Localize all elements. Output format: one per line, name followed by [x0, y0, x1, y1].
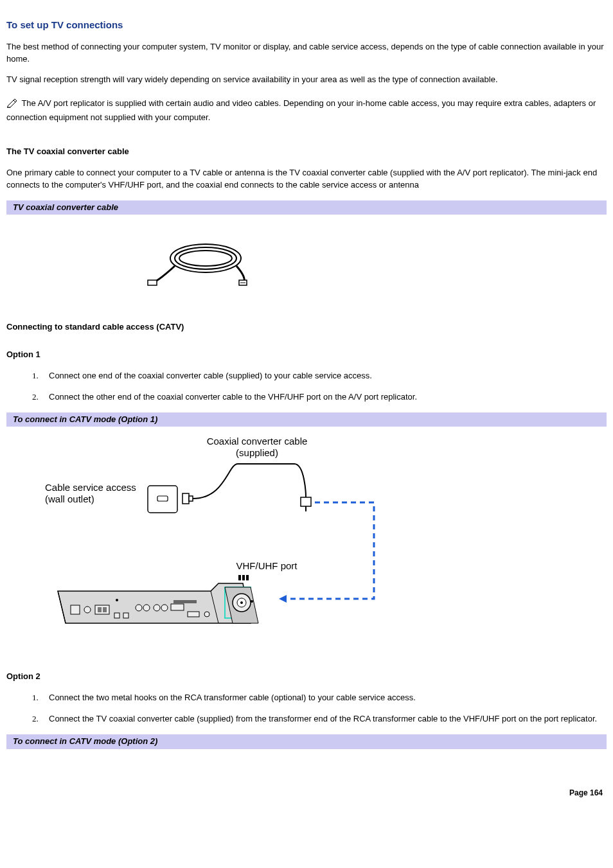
svg-point-26 — [161, 605, 168, 611]
intro-paragraph-2: TV signal reception strength will vary w… — [6, 74, 607, 86]
svg-rect-11 — [301, 497, 311, 506]
diagram-coax-label-2: (supplied) — [236, 447, 278, 458]
svg-rect-17 — [95, 605, 109, 614]
catv-heading: Connecting to standard cable access (CAT… — [6, 321, 607, 333]
note-text: The A/V port replicator is supplied with… — [6, 98, 596, 122]
diagram-port-label: VHF/UHF port — [236, 560, 298, 571]
caption-bar-option2: To connect in CATV mode (Option 2) — [6, 734, 607, 749]
svg-rect-8 — [157, 496, 168, 501]
step-text: Connect the other end of the coaxial con… — [49, 392, 417, 402]
svg-rect-4 — [148, 280, 157, 285]
list-item: 2.Connect the TV coaxial converter cable… — [32, 713, 607, 725]
svg-rect-22 — [123, 613, 129, 618]
step-text: Connect one end of the coaxial converter… — [49, 371, 372, 380]
svg-point-1 — [170, 244, 241, 272]
coax-heading: The TV coaxial converter cable — [6, 146, 607, 158]
step-text: Connect the two metal hooks on the RCA t… — [49, 693, 416, 702]
option1-steps: 1.Connect one end of the coaxial convert… — [6, 370, 607, 403]
svg-point-34 — [240, 601, 243, 604]
svg-rect-15 — [71, 605, 80, 614]
svg-rect-29 — [188, 612, 199, 617]
svg-point-16 — [84, 607, 91, 613]
option2-steps: 1.Connect the two metal hooks on the RCA… — [6, 692, 607, 725]
list-item: 2.Connect the other end of the coaxial c… — [32, 391, 607, 403]
svg-point-23 — [136, 605, 142, 611]
cable-figure — [6, 215, 607, 321]
svg-rect-9 — [182, 493, 189, 504]
step-text: Connect the TV coaxial converter cable (… — [49, 714, 597, 723]
diagram-wall-label-2: (wall outlet) — [45, 493, 94, 504]
list-item: 1.Connect the two metal hooks on the RCA… — [32, 692, 607, 704]
page-number: Page 164 — [6, 788, 607, 799]
svg-point-35 — [251, 600, 253, 603]
note-block: The A/V port replicator is supplied with… — [6, 98, 607, 124]
svg-rect-19 — [103, 607, 107, 612]
diagram-coax-label-1: Coaxial converter cable — [207, 436, 308, 447]
intro-paragraph-1: The best method of connecting your compu… — [6, 41, 607, 66]
svg-rect-28 — [173, 600, 197, 603]
svg-point-30 — [204, 612, 209, 617]
coax-paragraph: One primary cable to connect your comput… — [6, 167, 607, 191]
option1-heading: Option 1 — [6, 349, 607, 361]
diagram-wall-label-1: Cable service access — [45, 482, 136, 493]
svg-rect-27 — [171, 604, 184, 610]
caption-bar-cable: TV coaxial converter cable — [6, 200, 607, 215]
svg-point-3 — [179, 251, 232, 266]
svg-point-25 — [154, 605, 160, 611]
svg-marker-13 — [279, 595, 287, 603]
caption-bar-option1: To connect in CATV mode (Option 1) — [6, 412, 607, 427]
svg-point-24 — [143, 605, 150, 611]
svg-rect-21 — [114, 613, 120, 618]
svg-text:▮▮▮: ▮▮▮ — [238, 573, 249, 581]
pencil-note-icon — [6, 98, 18, 112]
svg-rect-18 — [98, 607, 102, 612]
catv-diagram: Coaxial converter cable (supplied) Cable… — [6, 427, 607, 655]
option2-heading: Option 2 — [6, 671, 607, 683]
list-item: 1.Connect one end of the coaxial convert… — [32, 370, 607, 382]
svg-point-20 — [116, 599, 118, 601]
svg-rect-10 — [189, 496, 193, 501]
page-title: To set up TV connections — [6, 18, 607, 32]
